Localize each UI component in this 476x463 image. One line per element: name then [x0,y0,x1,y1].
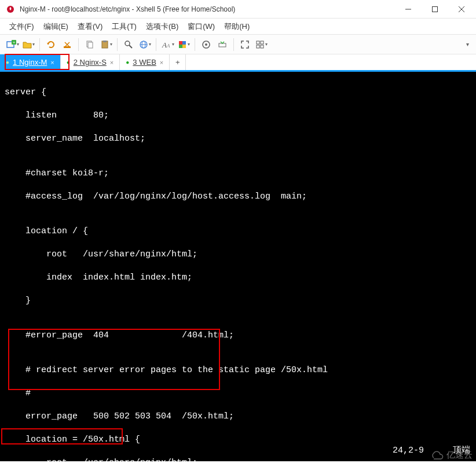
svg-point-24 [205,43,207,46]
app-icon [5,3,16,15]
terminal-line: root /usr/share/nginx/html; [5,249,471,260]
reconnect-button[interactable] [43,37,58,52]
menu-tools[interactable]: 工具(T) [108,20,140,33]
svg-rect-22 [179,45,182,48]
toolbar-separator [195,38,195,51]
tab-close-icon[interactable]: × [50,59,54,66]
terminal-line: server { [5,87,471,98]
tab-label: 2 Nginx-S [74,58,107,67]
status-dot-icon: ● [67,59,70,65]
svg-rect-27 [261,41,263,44]
paste-button[interactable]: ▾ [98,37,113,52]
svg-text:A: A [162,41,167,49]
terminal-line: location = /50x.html { [5,434,471,446]
menu-tabs[interactable]: 选项卡(B) [142,20,182,33]
watermark: 亿速云 [430,450,473,461]
terminal-line: server_name localhost; [5,133,471,145]
svg-rect-29 [261,45,263,48]
toolbar-separator [117,38,118,51]
svg-rect-23 [182,45,186,48]
svg-rect-12 [103,41,107,42]
globe-button[interactable]: ▾ [137,37,152,52]
terminal-line: root /usr/share/nginx/html; [5,457,471,461]
copy-button[interactable] [82,37,97,52]
terminal-line: error_page 500 502 503 504 /50x.html; [5,411,471,422]
maximize-button[interactable] [422,0,448,19]
svg-point-13 [125,41,130,46]
menu-edit[interactable]: 编辑(E) [40,20,72,33]
open-button[interactable]: ▾ [21,37,36,52]
svg-line-14 [129,45,132,48]
tab-label: 1 Nginx-M [13,58,47,67]
status-dot-icon: ● [6,59,9,65]
tab-nginx-s[interactable]: ● 2 Nginx-S × [61,54,120,70]
font-button[interactable]: AA▾ [160,37,175,52]
svg-rect-8 [64,46,71,48]
tab-web[interactable]: ● 3 WEB × [120,54,170,70]
tab-nginx-m[interactable]: ● 1 Nginx-M × [0,54,61,70]
menu-help[interactable]: 帮助(H) [221,20,253,33]
find-button[interactable] [121,37,136,52]
window-controls [395,0,475,19]
svg-text:+: + [12,40,15,45]
toolbar-separator [233,38,234,51]
vim-cursor-position: 24,2-9 [393,445,424,457]
titlebar: Nginx-M - root@localhost:/etc/nginx - Xs… [0,0,476,19]
menubar: 文件(F) 编辑(E) 查看(V) 工具(T) 选项卡(B) 窗口(W) 帮助(… [0,19,476,35]
terminal-line: index index.html index.htm; [5,272,471,284]
tab-close-icon[interactable]: × [160,59,163,66]
terminal-line: # redirect server error pages to the sta… [5,365,471,376]
disconnect-button[interactable] [60,37,75,52]
terminal-line: #error_page 404 /404.html; [5,330,471,341]
close-button[interactable] [448,0,475,19]
svg-rect-26 [257,41,259,44]
terminal-area[interactable]: server { listen 80; server_name localhos… [0,72,476,461]
fullscreen-button[interactable] [237,37,252,52]
tab-add-button[interactable]: + [170,54,186,70]
swirl-button[interactable] [199,37,214,52]
svg-rect-21 [182,41,186,45]
menu-view[interactable]: 查看(V) [74,20,106,33]
minimize-button[interactable] [395,0,422,19]
svg-rect-10 [88,42,93,48]
toolbar: +▾ ▾ ▾ ▾ AA▾ ▾ ▾ ▾ [0,35,476,54]
svg-text:A: A [166,43,170,49]
color-button[interactable]: ▾ [176,37,191,52]
tile-button[interactable]: ▾ [254,37,269,52]
terminal-line: #access_log /var/log/nginx/log/host.acce… [5,191,471,203]
terminal-line: } [5,295,471,307]
toolbar-separator [156,38,156,51]
menu-file[interactable]: 文件(F) [6,20,38,33]
toolbar-overflow-button[interactable]: ▾ [464,39,471,50]
svg-rect-20 [179,41,182,45]
transfer-button[interactable] [215,37,230,52]
toolbar-separator [39,38,40,51]
toolbar-separator [78,38,79,51]
tab-label: 3 WEB [133,58,156,67]
tab-close-icon[interactable]: × [110,59,113,66]
terminal-line: listen 80; [5,110,471,122]
new-session-button[interactable]: +▾ [5,37,20,52]
status-dot-icon: ● [126,59,129,65]
terminal-line: #charset koi8-r; [5,168,471,179]
watermark-text: 亿速云 [446,450,473,461]
svg-rect-28 [257,45,259,48]
tabbar: ● 1 Nginx-M × ● 2 Nginx-S × ● 3 WEB × + [0,54,476,72]
menu-window[interactable]: 窗口(W) [184,20,218,33]
window-title: Nginx-M - root@localhost:/etc/nginx - Xs… [20,5,395,13]
terminal-line: # [5,388,471,399]
terminal-line: location / { [5,226,471,237]
svg-rect-2 [433,6,438,12]
